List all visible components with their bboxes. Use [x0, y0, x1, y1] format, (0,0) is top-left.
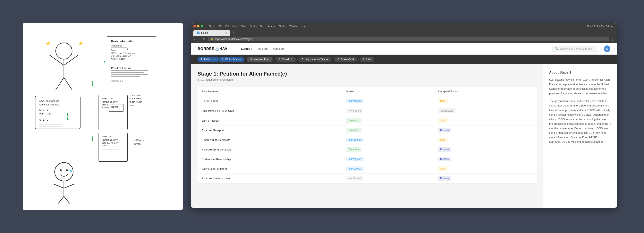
- menu-figma[interactable]: Figma: [209, 25, 215, 28]
- tab-title: Figma: [201, 32, 208, 34]
- svg-text:x 10 other: x 10 other: [134, 138, 146, 142]
- stage-arrow-5: ›: [332, 57, 334, 62]
- stage-pill-aos[interactable]: 5. Adjustment of Status: [299, 57, 332, 62]
- table-row[interactable]: Ricardo's Letter of IntentNot StartedRic…: [198, 174, 537, 183]
- svg-line-66: [54, 184, 64, 188]
- requirement-name: Evidence of Relationship: [202, 158, 231, 161]
- menu-text[interactable]: Text: [260, 25, 264, 28]
- lock-icon: 🔒: [210, 38, 214, 40]
- stage-pill-travel[interactable]: 4. Travel! ✈: [276, 57, 296, 62]
- sketch-panel: Basic Information Full Name: ___________…: [23, 23, 183, 210]
- svg-text:Full Name: ___________: Full Name: ___________: [111, 44, 136, 47]
- active-tab[interactable]: F Figma ×: [193, 30, 230, 36]
- table-row[interactable]: ›Sam's Birth CertificateIn ProgressSam: [198, 135, 537, 145]
- expand-icon[interactable]: ›: [202, 138, 202, 141]
- svg-text:Name: Sam Smith: Name: Sam Smith: [102, 139, 118, 141]
- svg-line-27: [56, 78, 64, 90]
- sketch-content: Basic Information Full Name: ___________…: [29, 30, 176, 204]
- status-badge: Not Started: [346, 108, 364, 113]
- stage-label-k1app: K1 Application: [225, 58, 241, 61]
- stage-item-travel[interactable]: 4. Travel! ✈ ›: [276, 57, 299, 62]
- th-assigned[interactable]: Assigned To ▲▼: [434, 87, 537, 96]
- table-row[interactable]: Sam's PassportCompleteSam: [198, 116, 537, 126]
- status-cell: In Progress: [342, 164, 434, 174]
- assignee-cell: Sam: [434, 96, 537, 106]
- close-button[interactable]: [193, 25, 196, 28]
- more-options-button[interactable]: ⋮: [611, 37, 614, 41]
- maximize-button[interactable]: [201, 25, 203, 28]
- assignee-cell: Ricardo: [434, 154, 537, 164]
- stage-pill-life[interactable]: 8. Life!: [360, 57, 374, 62]
- minimize-button[interactable]: [197, 25, 200, 28]
- svg-text:→: →: [99, 57, 107, 66]
- table-header-row: Requirement Status ▲▼: [198, 87, 537, 96]
- th-status[interactable]: Status ▲▼: [342, 87, 434, 96]
- requirement-name: Sam's Birth Certificate: [204, 138, 230, 142]
- svg-point-62: [60, 169, 62, 171]
- avatar[interactable]: S: [604, 46, 610, 52]
- nav-glossary[interactable]: Glossary: [273, 47, 284, 50]
- menu-file[interactable]: File: [218, 25, 222, 28]
- requirement-name: Ricardo's Letter of Intent: [202, 177, 230, 180]
- assignee-badge: Unassigned: [438, 108, 456, 113]
- svg-text:to save Sam: to save Sam: [130, 100, 142, 103]
- stage-item-aos[interactable]: 5. Adjustment of Status ›: [299, 57, 334, 62]
- new-tab-button[interactable]: +: [231, 29, 237, 36]
- status-badge: Complete: [346, 128, 361, 132]
- assigned-sort[interactable]: Assigned To ▲▼: [438, 90, 532, 93]
- refresh-button[interactable]: ↺: [202, 37, 206, 41]
- stage-pill-k1app[interactable]: 2. K1 Application: [219, 57, 244, 62]
- stage-item-k1app[interactable]: 2. K1 Application ›: [219, 57, 247, 62]
- assignee-badge: Ricardo: [438, 176, 451, 180]
- table-row[interactable]: Sam's Letter of IntentIn ProgressSam: [198, 164, 537, 174]
- svg-rect-58: [102, 149, 120, 150]
- stage-pill-interview[interactable]: 3. Interview Prep: [247, 57, 273, 62]
- nav-links: Stages ▶ My Files Glossary: [241, 47, 284, 50]
- assignee-badge: Ricardo: [438, 157, 451, 161]
- header-search[interactable]: 🔍 Search For Forms & Terms: [552, 46, 597, 52]
- expand-icon[interactable]: ›: [202, 100, 202, 102]
- nav-myfiles[interactable]: My Files: [258, 47, 268, 50]
- stage-item-interview[interactable]: 3. Interview Prep ›: [247, 57, 276, 62]
- svg-text:↓: ↓: [90, 78, 95, 88]
- table-row[interactable]: Evidence of RelationshipIn ProgressRicar…: [198, 154, 537, 164]
- status-cell: Complete: [342, 116, 434, 126]
- assignee-cell: Sam: [434, 116, 537, 126]
- forward-button[interactable]: ›: [198, 37, 200, 41]
- stage-item-petition[interactable]: 1. Petition ➜: [198, 57, 219, 62]
- menu-arrange[interactable]: Arrange: [268, 25, 276, 28]
- menu-object[interactable]: Object: [241, 25, 247, 28]
- menu-window[interactable]: Window: [290, 25, 298, 28]
- stage-arrow-4: ›: [297, 57, 298, 62]
- assignee-cell: Sam: [434, 135, 537, 145]
- table-body: ›Form I-129FIn ProgressSamApplication Fe…: [198, 96, 537, 183]
- menu-help[interactable]: Help: [301, 25, 306, 28]
- svg-line-67: [64, 184, 74, 188]
- menu-vector[interactable]: Vector: [250, 25, 257, 28]
- status-sort[interactable]: Status ▲▼: [346, 90, 430, 93]
- stage-pill-greencard[interactable]: 6. Green Card: [334, 57, 357, 62]
- requirement-cell: Evidence of Relationship: [198, 154, 342, 164]
- table-row[interactable]: Ricardo's PassportCompleteRicardo: [198, 126, 537, 135]
- svg-text:time.: time.: [130, 104, 134, 106]
- table-row[interactable]: Application Fee- $535 USDNot StartedUnas…: [198, 106, 537, 116]
- svg-text:☐ Petitioner  ☐ Beneficiary: ☐ Petitioner ☐ Beneficiary: [111, 52, 135, 54]
- stage-item-greencard[interactable]: 6. Green Card ›: [334, 57, 360, 62]
- svg-text:(continue ►): (continue ►): [111, 80, 123, 82]
- browser-window: Figma File Edit View Object Vector Text …: [191, 23, 617, 208]
- menu-plugins[interactable]: Plugins: [279, 25, 286, 28]
- menu-view[interactable]: View: [232, 25, 238, 28]
- requirement-cell: ›Form I-129F: [198, 96, 342, 106]
- table-row[interactable]: Ricardo's Birth CertificateCompleteRicar…: [198, 145, 537, 154]
- stage-arrow-1: ➜: [214, 58, 216, 61]
- table-row[interactable]: ›Form I-129FIn ProgressSam: [198, 96, 537, 106]
- stage-pill-petition[interactable]: 1. Petition ➜: [198, 57, 219, 62]
- address-bar[interactable]: 🔒 https://www.bordernav.com/stages: [208, 37, 609, 41]
- th-requirement: Requirement: [198, 87, 342, 96]
- tab-close-button[interactable]: ×: [225, 31, 227, 34]
- menu-edit[interactable]: Edit: [225, 25, 229, 28]
- stage-arrow-6: ›: [358, 57, 359, 62]
- nav-stages[interactable]: Stages ▶: [241, 47, 253, 50]
- back-button[interactable]: ‹: [193, 37, 196, 41]
- stage-item-life[interactable]: 8. Life!: [360, 57, 374, 62]
